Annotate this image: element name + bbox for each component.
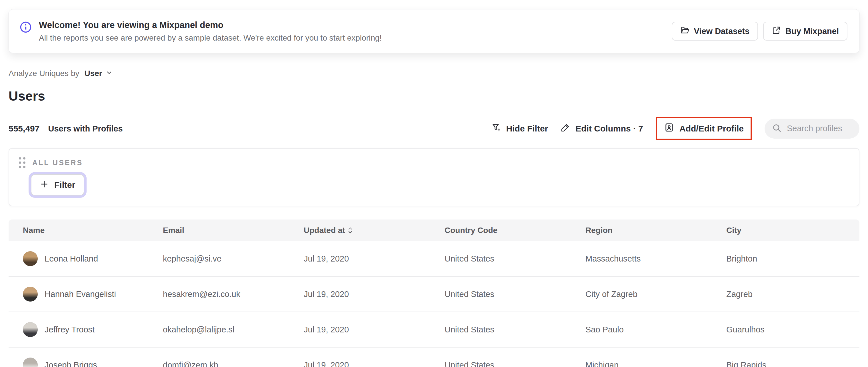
user-email: hesakrem@ezi.co.uk [163,289,304,299]
table-header-row: Name Email Updated at Country Code Regio… [8,219,860,241]
annotation-highlight: Add/Edit Profile [656,117,752,140]
avatar [23,251,38,266]
user-name: Hannah Evangelisti [44,289,116,299]
banner-title: Welcome! You are viewing a Mixpanel demo [39,20,382,31]
search-profiles-input[interactable] [787,124,852,133]
buy-mixpanel-label: Buy Mixpanel [785,27,839,36]
user-updated-at: Jul 19, 2020 [304,254,444,264]
users-table: Name Email Updated at Country Code Regio… [8,219,860,367]
users-count: 555,497 [8,124,39,133]
search-icon [772,123,782,134]
sort-icon [348,227,352,234]
user-country: United States [444,254,585,264]
stats-toolbar-row: 555,497 Users with Profiles Hide Filter [8,117,860,140]
avatar [23,287,38,302]
table-row[interactable]: Joseph Briggs domfi@zem.kh Jul 19, 2020 … [8,347,860,367]
avatar [23,322,38,337]
pencil-icon [561,123,570,134]
filter-plus-icon [491,123,501,134]
user-city: Zagreb [726,289,860,299]
add-edit-profile-label: Add/Edit Profile [679,124,744,133]
buy-mixpanel-button[interactable]: Buy Mixpanel [763,22,847,40]
column-header-name[interactable]: Name [23,226,163,235]
chevron-down-icon [106,69,113,78]
table-row[interactable]: Leona Holland kephesaj@si.ve Jul 19, 202… [8,241,860,277]
analyze-by-dropdown[interactable]: User [84,69,112,78]
user-region: Massachusetts [585,254,726,264]
hide-filter-label: Hide Filter [506,124,548,133]
cohort-filter-card: ALL USERS Filter [8,148,860,206]
welcome-banner-content: Welcome! You are viewing a Mixpanel demo… [20,20,382,43]
folder-icon [680,26,689,37]
user-email: kephesaj@si.ve [163,254,304,264]
profile-badge-icon [664,122,674,134]
edit-columns-button[interactable]: Edit Columns · 7 [561,123,643,134]
analyze-row: Analyze Uniques by User [8,69,860,78]
user-name: Jeffrey Troost [44,325,95,334]
table-row[interactable]: Hannah Evangelisti hesakrem@ezi.co.uk Ju… [8,277,860,312]
column-header-city[interactable]: City [726,226,860,235]
welcome-banner: Welcome! You are viewing a Mixpanel demo… [8,9,860,53]
user-country: United States [444,289,585,299]
user-country: United States [444,325,585,334]
view-datasets-button[interactable]: View Datasets [672,22,758,40]
user-updated-at: Jul 19, 2020 [304,325,444,334]
users-page: Welcome! You are viewing a Mixpanel demo… [0,0,868,367]
all-users-group-label: ALL USERS [32,159,83,167]
user-region: Michigan [585,360,726,367]
column-header-email[interactable]: Email [163,226,304,235]
column-header-region[interactable]: Region [585,226,726,235]
table-row[interactable]: Jeffrey Troost okahelop@lalijpe.sl Jul 1… [8,312,860,347]
drag-handle-icon[interactable] [19,157,25,168]
user-city: Guarulhos [726,325,860,334]
avatar [23,358,38,367]
user-name: Joseph Briggs [44,360,97,367]
user-city: Big Rapids [726,360,860,367]
search-profiles-field[interactable] [765,119,860,139]
info-icon [20,21,32,35]
user-email: domfi@zem.kh [163,360,304,367]
user-updated-at: Jul 19, 2020 [304,360,444,367]
user-country: United States [444,360,585,367]
user-updated-at: Jul 19, 2020 [304,289,444,299]
users-count-label: Users with Profiles [48,124,123,133]
view-datasets-label: View Datasets [694,27,750,36]
user-email: okahelop@lalijpe.sl [163,325,304,334]
user-region: Sao Paulo [585,325,726,334]
analyze-label: Analyze Uniques by [8,69,79,78]
page-title: Users [8,88,860,104]
edit-columns-label: Edit Columns · 7 [576,124,643,133]
banner-subtitle: All the reports you see are powered by a… [39,33,382,42]
plus-icon [40,180,49,190]
user-name: Leona Holland [44,254,98,264]
add-edit-profile-button[interactable]: Add/Edit Profile [664,122,744,134]
table-toolbar: Hide Filter Edit Columns · 7 [491,117,860,140]
add-filter-button[interactable]: Filter [31,174,84,195]
column-header-updated-at[interactable]: Updated at [304,226,444,235]
banner-actions: View Datasets Buy Mixpanel [672,22,847,40]
hide-filter-button[interactable]: Hide Filter [491,123,548,134]
analyze-by-value: User [84,69,102,78]
add-filter-label: Filter [54,180,75,190]
external-link-icon [772,26,781,37]
column-header-country-code[interactable]: Country Code [444,226,585,235]
user-region: City of Zagreb [585,289,726,299]
user-city: Brighton [726,254,860,264]
